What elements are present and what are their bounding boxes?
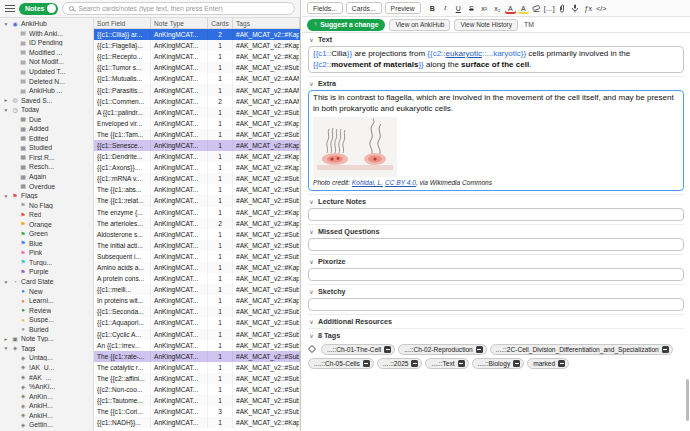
sidebar-item-no-flag[interactable]: ⚑No Flag (0, 200, 93, 210)
italic-icon[interactable]: I (440, 2, 451, 14)
tag-pill[interactable]: ...::Ch-02-Reproduction (398, 344, 487, 355)
notes-cards-toggle[interactable]: Notes (19, 3, 58, 15)
sidebar-item-again[interactable]: ▦Again (0, 172, 93, 182)
sidebar-item-not-modif[interactable]: ▤Not Modif... (0, 57, 93, 67)
table-row[interactable]: An {{c1::irrev...AnKingMCAT...1#AK_MCAT_… (94, 340, 300, 351)
subscript-icon[interactable]: x₂ (492, 2, 503, 14)
remove-tag-icon[interactable] (363, 360, 370, 367)
cloze-deletion-icon[interactable]: […] (544, 2, 555, 14)
table-row[interactable]: {{c1::Cilia}} ar...AnKingMCAT...2#AK_MCA… (94, 29, 300, 40)
tag-pill[interactable]: ....::Text (425, 358, 468, 369)
sidebar-item-ankihub[interactable]: ▾◉AnkiHub (0, 19, 93, 29)
cards-button[interactable]: Cards... (346, 2, 382, 14)
remove-tag-icon[interactable] (411, 360, 418, 367)
sidebar-item-flags[interactable]: ▾⚑Flags (0, 191, 93, 201)
table-row[interactable]: {{c1::Tautome...AnKingMCAT...1#AK_MCAT_v… (94, 395, 300, 406)
table-row[interactable]: In proteins wit...AnKingMCAT...1#AK_MCAT… (94, 295, 300, 306)
remove-tag-icon[interactable] (458, 360, 465, 367)
table-row[interactable]: Subsequent i...AnKingMCAT...1#AK_MCAT_v2… (94, 251, 300, 262)
sidebar-item-updated-t[interactable]: ▤Updated T... (0, 67, 93, 77)
tag-pill[interactable]: ...::Ch-01-The-Cell (321, 344, 395, 355)
view-on-ankihub-button[interactable]: View on AnkiHub (389, 19, 450, 31)
sidebar-item-note-typ[interactable]: ▸▣Note Typ... (0, 334, 93, 344)
sidebar-item-anki[interactable]: ◈%AnKi... (0, 382, 93, 392)
expander-icon[interactable]: ▾ (3, 21, 9, 27)
sidebar-item-learni[interactable]: ●Learni... (0, 296, 93, 306)
attachment-icon[interactable] (557, 2, 568, 14)
collapse-field-icon[interactable] (308, 80, 315, 87)
record-audio-icon[interactable] (570, 2, 581, 14)
preview-button[interactable]: Preview (385, 2, 421, 14)
tag-pill[interactable]: ....::Biology (472, 358, 525, 369)
table-row[interactable]: Amino acids a...AnKingMCAT...1#AK_MCAT_v… (94, 262, 300, 273)
fields-button[interactable]: Fields... (307, 2, 343, 14)
collapse-field-icon[interactable] (308, 318, 315, 325)
table-row[interactable]: {{c1::Tumor s...AnKingMCAT...1#AK_MCAT_v… (94, 62, 300, 73)
sidebar-item-pink[interactable]: ⚑Pink (0, 248, 93, 258)
table-row[interactable]: {{c1::NADH}}...AnKingMCAT...1#AK_MCAT_v2… (94, 417, 300, 428)
collapse-field-icon[interactable] (308, 198, 315, 205)
table-row[interactable]: {{c1::Axons}}...AnKingMCAT...1#AK_MCAT_v… (94, 162, 300, 173)
search-input[interactable] (78, 5, 288, 12)
table-row[interactable]: The {{c2::affini...AnKingMCAT...1#AK_MCA… (94, 373, 300, 384)
sidebar-item-purple[interactable]: ⚑Purple (0, 267, 93, 277)
sidebar-item-new[interactable]: ●New (0, 286, 93, 296)
table-row[interactable]: {{c1::Mutualis...AnKingMCAT...1#AK_MCAT_… (94, 73, 300, 84)
table-row[interactable]: Aldosterone s...AnKingMCAT...1#AK_MCAT_v… (94, 229, 300, 240)
sidebar-item-saved-s[interactable]: ▸◎Saved S... (0, 95, 93, 105)
remove-tag-icon[interactable] (384, 346, 391, 353)
sidebar-item-with-anki[interactable]: ▤With Anki... (0, 29, 93, 39)
sidebar-item-ankih[interactable]: ◈AnkiH... (0, 401, 93, 411)
expander-icon[interactable]: ▾ (3, 193, 9, 199)
sidebar-item-card-state[interactable]: ▾◔Card State (0, 277, 93, 287)
tag-pill[interactable]: ....::2C-Cell_Division_Differentiation_a… (490, 344, 673, 355)
field-input-extra[interactable]: This is in contrast to flagella, which a… (308, 90, 684, 191)
table-row[interactable]: Enveloped vir...AnKingMCAT...1#AK_MCAT_v… (94, 118, 300, 129)
collapse-field-icon[interactable] (308, 288, 315, 295)
sidebar-item-id-pending[interactable]: ▤ID Pending (0, 38, 93, 48)
sidebar-item-modified[interactable]: ▤Modified ... (0, 48, 93, 58)
column-header-note-type[interactable]: Note Type (151, 18, 208, 28)
collapse-field-icon[interactable] (308, 258, 315, 265)
table-row[interactable]: {{c1::Recepto...AnKingMCAT...1#AK_MCAT_v… (94, 51, 300, 62)
sidebar-item-today[interactable]: ▾◷Today (0, 105, 93, 115)
sidebar-item-buried[interactable]: ●Buried (0, 325, 93, 335)
sidebar-item-turqu[interactable]: ⚑Turqu... (0, 258, 93, 268)
strikethrough-icon[interactable]: S (466, 2, 477, 14)
sidebar-item-deleted-n[interactable]: ▤Deleted N... (0, 76, 93, 86)
collapse-field-icon[interactable] (308, 36, 315, 43)
view-note-history-button[interactable]: View Note History (454, 19, 518, 31)
sidebar-item-untag[interactable]: ◈Untag... (0, 353, 93, 363)
text-color-icon[interactable]: A (505, 2, 516, 14)
collapse-field-icon[interactable] (308, 228, 315, 235)
field-input-missed-questions[interactable] (308, 238, 684, 251)
sidebar-item-green[interactable]: ⚑Green (0, 229, 93, 239)
remove-tag-icon[interactable] (513, 360, 520, 367)
table-row[interactable]: The {{c1::rate-...AnKingMCAT...1#AK_MCAT… (94, 351, 300, 362)
column-header-cards[interactable]: Cards (208, 18, 233, 28)
collapse-tags-icon[interactable] (308, 332, 315, 339)
table-row[interactable]: The catalytic r...AnKingMCAT...1#AK_MCAT… (94, 362, 300, 373)
sidebar-item-ankih[interactable]: ◈AnkiH... (0, 410, 93, 420)
superscript-icon[interactable]: x² (479, 2, 490, 14)
field-input-sketchy[interactable] (308, 298, 684, 311)
bold-icon[interactable]: B (427, 2, 438, 14)
sidebar-item-ankin[interactable]: ◈AnKin... (0, 391, 93, 401)
sidebar-item-overdue[interactable]: ▦Overdue (0, 181, 93, 191)
table-row[interactable]: {{c1::Seconda...AnKingMCAT...1#AK_MCAT_v… (94, 306, 300, 317)
remove-formatting-icon[interactable] (531, 2, 542, 14)
tag-pill[interactable]: ....::Ch-05-Cells (308, 358, 374, 369)
expander-icon[interactable]: ▸ (3, 336, 9, 342)
sidebar-item-review[interactable]: ●Review (0, 305, 93, 315)
table-row[interactable]: The {{c1::abs...AnKingMCAT...1#AK_MCAT_v… (94, 184, 300, 195)
sidebar-item-ak[interactable]: ◈#AK_... (0, 372, 93, 382)
sidebar-item-added[interactable]: ▦Added (0, 124, 93, 134)
table-row[interactable]: The arterioles...AnKingMCAT...2#AK_MCAT_… (94, 218, 300, 229)
sidebar-item-ak-u[interactable]: ◈!AK_U... (0, 363, 93, 373)
menu-icon[interactable] (5, 5, 15, 12)
table-row[interactable]: {{c1::Senesce...AnKingMCAT...1#AK_MCAT_v… (94, 140, 300, 151)
table-row[interactable]: {{c1::melli...AnKingMCAT...1#AK_MCAT_v2:… (94, 284, 300, 295)
remove-tag-icon[interactable] (558, 360, 565, 367)
suggest-change-button[interactable]: ↑ Suggest a change (307, 19, 385, 31)
table-row[interactable]: The {{c1::Cori...AnKingMCAT...3#AK_MCAT_… (94, 406, 300, 417)
